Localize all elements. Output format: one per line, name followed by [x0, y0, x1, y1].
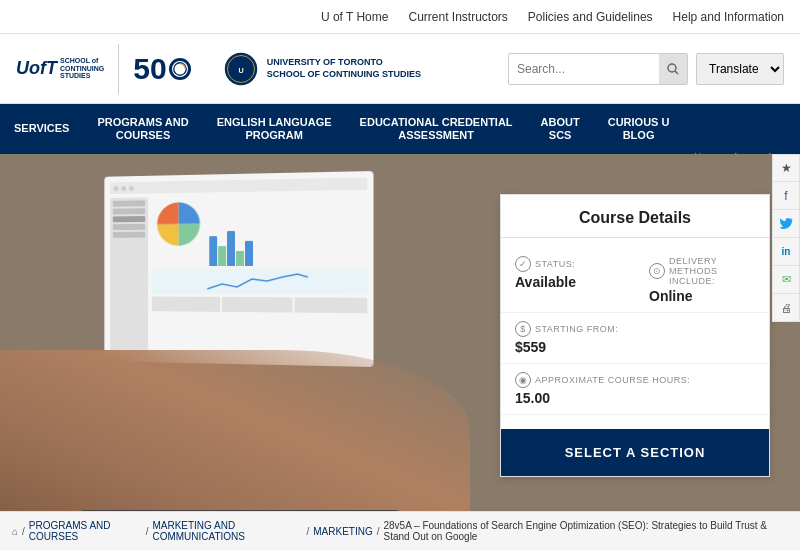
laptop-screen — [104, 171, 373, 367]
logo-circle — [169, 58, 191, 80]
dollar-icon: $ — [515, 321, 531, 337]
status-value: Available — [515, 274, 621, 290]
translate-select[interactable]: Translate — [696, 53, 784, 85]
main-content-area: Course Details ✓ STATUS: Available ⊙ DEL… — [0, 154, 800, 550]
svg-point-0 — [173, 62, 185, 74]
nav-services[interactable]: SERVICES — [0, 104, 83, 154]
price-detail: $ STARTING FROM: $559 — [501, 313, 769, 364]
breadcrumb-separator-0: / — [22, 526, 25, 537]
help-link[interactable]: Help and Information — [673, 10, 784, 24]
svg-text:U: U — [238, 65, 243, 74]
header-right: Translate — [508, 53, 784, 85]
top-utility-bar: U of T Home Current Instructors Policies… — [0, 0, 800, 34]
logo-left: UofT SCHOOL of CONTINUING STUDIES 50 — [16, 44, 191, 94]
nav-about-scs[interactable]: ABOUTSCS — [527, 104, 594, 154]
clock-icon: ◉ — [515, 372, 531, 388]
course-details-grid: ✓ STATUS: Available ⊙ DELIVERY METHODS I… — [501, 238, 769, 425]
current-instructors-link[interactable]: Current Instructors — [408, 10, 507, 24]
facebook-share-button[interactable]: f — [772, 182, 800, 210]
bookmark-button[interactable]: ★ — [772, 154, 800, 182]
social-sidebar: ★ f in ✉ 🖨 — [772, 154, 800, 322]
email-share-button[interactable]: ✉ — [772, 266, 800, 294]
logo-50: 50 — [133, 52, 190, 86]
twitter-icon — [779, 217, 793, 231]
search-input[interactable] — [509, 58, 659, 80]
breadcrumb-separator-3: / — [377, 526, 380, 537]
price-value: $559 — [515, 339, 755, 355]
breadcrumb-marketing-comm[interactable]: MARKETING AND COMMUNICATIONS — [152, 520, 302, 542]
nav-programs-courses[interactable]: PROGRAMS ANDCOURSES — [83, 104, 202, 154]
breadcrumb-bar: ⌂ / PROGRAMS AND COURSES / MARKETING AND… — [0, 511, 800, 550]
breadcrumb-course-title: 28v5A – Foundations of Search Engine Opt… — [383, 520, 788, 542]
breadcrumb-separator-1: / — [146, 526, 149, 537]
breadcrumb-separator-2: / — [306, 526, 309, 537]
twitter-share-button[interactable] — [772, 210, 800, 238]
course-details-panel: Course Details ✓ STATUS: Available ⊙ DEL… — [500, 194, 770, 477]
nav-english-language[interactable]: ENGLISH LANGUAGEPROGRAM — [203, 104, 346, 154]
print-button[interactable]: 🖨 — [772, 294, 800, 322]
home-icon[interactable]: ⌂ — [12, 526, 18, 537]
status-detail: ✓ STATUS: Available — [501, 248, 635, 313]
main-navigation: SERVICES PROGRAMS ANDCOURSES ENGLISH LAN… — [0, 104, 800, 154]
linkedin-share-button[interactable]: in — [772, 238, 800, 266]
uoft-full-name-text: UNIVERSITY OF TORONTO SCHOOL OF CONTINUI… — [267, 57, 421, 80]
breadcrumb-marketing[interactable]: MARKETING — [313, 526, 372, 537]
logo-divider — [118, 44, 119, 94]
uoft-seal-icon: U — [223, 51, 259, 87]
nav-curious-u[interactable]: CURIOUS UBLOG — [594, 104, 684, 154]
uoft-full-logo: U UNIVERSITY OF TORONTO SCHOOL OF CONTIN… — [223, 51, 421, 87]
delivery-label: ⊙ DELIVERY METHODS INCLUDE: — [649, 256, 755, 286]
delivery-detail: ⊙ DELIVERY METHODS INCLUDE: Online — [635, 248, 769, 313]
search-button[interactable] — [659, 53, 687, 85]
delivery-icon: ⊙ — [649, 263, 665, 279]
search-icon — [667, 63, 679, 75]
svg-point-4 — [668, 64, 676, 72]
status-label: ✓ STATUS: — [515, 256, 621, 272]
logo-school-name: SCHOOL of CONTINUING STUDIES — [60, 57, 104, 80]
breadcrumb-programs[interactable]: PROGRAMS AND COURSES — [29, 520, 142, 542]
svg-line-5 — [675, 71, 678, 74]
hours-detail: ◉ APPROXIMATE COURSE HOURS: 15.00 — [501, 364, 769, 415]
course-panel-title: Course Details — [501, 195, 769, 238]
nav-educational-credential[interactable]: EDUCATIONAL CREDENTIALASSESSMENT — [346, 104, 527, 154]
search-box — [508, 53, 688, 85]
hours-value: 15.00 — [515, 390, 755, 406]
delivery-value: Online — [649, 288, 755, 304]
select-section-button[interactable]: SELECT A SECTION — [501, 429, 769, 476]
hours-label: ◉ APPROXIMATE COURSE HOURS: — [515, 372, 755, 388]
site-header: UofT SCHOOL of CONTINUING STUDIES 50 U — [0, 34, 800, 104]
price-label: $ STARTING FROM: — [515, 321, 755, 337]
check-icon: ✓ — [515, 256, 531, 272]
logo-uoft-u: UofT — [16, 58, 57, 79]
uoft-home-link[interactable]: U of T Home — [321, 10, 389, 24]
policies-link[interactable]: Policies and Guidelines — [528, 10, 653, 24]
